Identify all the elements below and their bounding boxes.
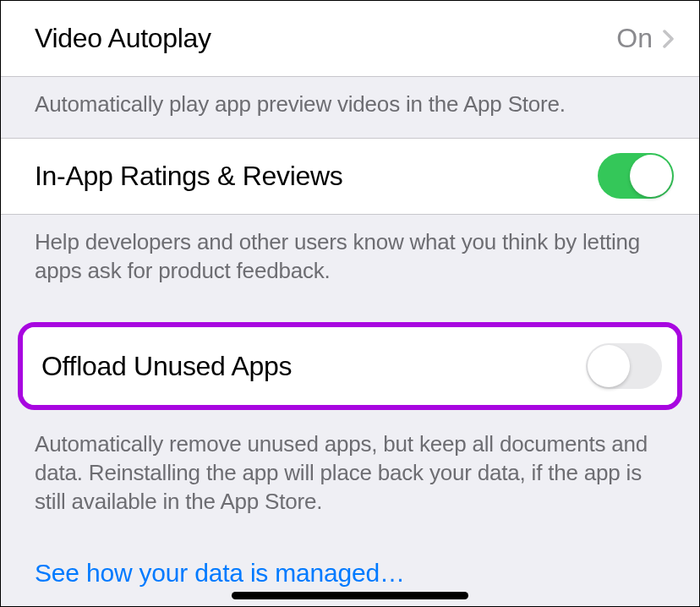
video-autoplay-value-group: On — [616, 23, 674, 54]
offload-unused-row: Offload Unused Apps — [23, 327, 677, 405]
chevron-right-icon — [663, 30, 674, 48]
toggle-knob-icon — [630, 155, 672, 197]
video-autoplay-row[interactable]: Video Autoplay On — [1, 1, 699, 77]
video-autoplay-footer: Automatically play app preview videos in… — [1, 77, 699, 139]
video-autoplay-label: Video Autoplay — [35, 23, 211, 54]
offload-unused-toggle[interactable] — [586, 343, 662, 389]
in-app-ratings-footer: Help developers and other users know wha… — [1, 215, 699, 304]
home-indicator[interactable] — [232, 592, 468, 599]
in-app-ratings-toggle[interactable] — [598, 153, 674, 199]
offload-unused-highlight: Offload Unused Apps — [18, 322, 682, 410]
video-autoplay-value: On — [616, 23, 653, 54]
toggle-knob-icon — [588, 345, 630, 387]
offload-unused-label: Offload Unused Apps — [41, 351, 292, 382]
in-app-ratings-row: In-App Ratings & Reviews — [1, 139, 699, 215]
offload-unused-footer: Automatically remove unused apps, but ke… — [1, 417, 699, 534]
data-managed-link[interactable]: See how your data is managed… — [1, 535, 699, 594]
in-app-ratings-label: In-App Ratings & Reviews — [35, 161, 343, 192]
